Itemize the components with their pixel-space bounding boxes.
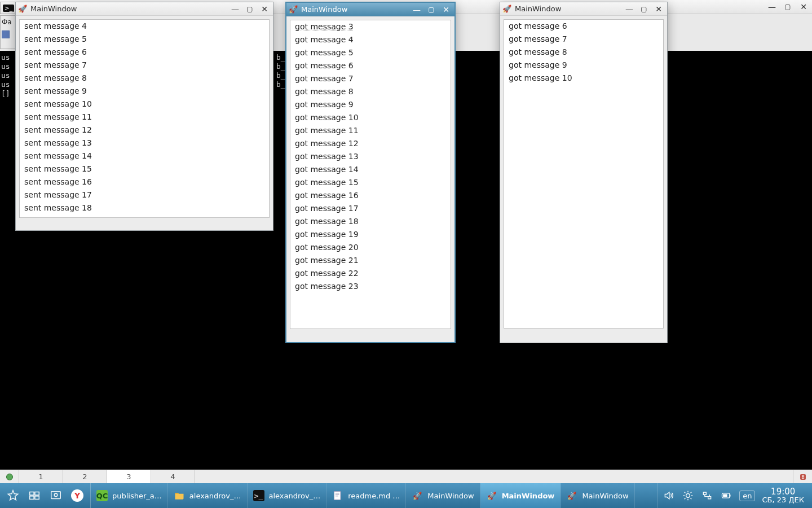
list-item[interactable]: got message 12 bbox=[290, 137, 451, 150]
list-item[interactable]: sent message 8 bbox=[20, 72, 269, 85]
list-item[interactable]: got message 9 bbox=[290, 98, 451, 111]
pager-start-icon[interactable] bbox=[0, 470, 19, 483]
list-item[interactable]: got message 13 bbox=[290, 150, 451, 163]
list-item[interactable]: sent message 5 bbox=[20, 33, 269, 46]
close-icon[interactable]: ✕ bbox=[798, 3, 809, 11]
message-listbox[interactable]: got message 6got message 7got message 8g… bbox=[504, 19, 664, 329]
workspace-cell[interactable]: 1 bbox=[19, 470, 63, 483]
battery-icon[interactable] bbox=[720, 489, 732, 502]
minimize-icon[interactable]: — bbox=[230, 5, 240, 13]
list-item[interactable]: got message 11 bbox=[290, 124, 451, 137]
show-desktop-button[interactable] bbox=[45, 483, 67, 508]
minimize-icon[interactable]: — bbox=[767, 3, 777, 11]
list-item[interactable]: got message 7 bbox=[290, 72, 451, 85]
workspace-cell[interactable]: 4 bbox=[151, 470, 195, 483]
mainwindow-left[interactable]: 🚀 MainWindow — ▢ ✕ sent message 4sent me… bbox=[15, 2, 273, 231]
list-item[interactable]: sent message 9 bbox=[20, 85, 269, 98]
app-rocket-icon: 🚀 bbox=[18, 5, 27, 14]
list-item[interactable]: sent message 6 bbox=[20, 46, 269, 59]
list-item[interactable]: got message 15 bbox=[290, 176, 451, 189]
titlebar[interactable]: 🚀 MainWindow — ▢ ✕ bbox=[500, 2, 667, 16]
folder-icon bbox=[174, 490, 185, 501]
list-item[interactable]: got message 10 bbox=[504, 72, 663, 85]
taskbar-app[interactable]: alexandrov_… bbox=[168, 483, 248, 508]
list-item[interactable]: got message 19 bbox=[290, 228, 451, 241]
titlebar[interactable]: 🚀 MainWindow — ▢ ✕ bbox=[16, 2, 273, 16]
keyboard-layout-indicator[interactable]: en bbox=[739, 491, 755, 501]
list-item[interactable]: got message 10 bbox=[290, 111, 451, 124]
taskbar-app[interactable]: 🚀MainWindow bbox=[406, 483, 480, 508]
list-item[interactable]: got message 5 bbox=[290, 46, 451, 59]
list-item[interactable]: got message 20 bbox=[290, 241, 451, 254]
svg-rect-4 bbox=[30, 492, 34, 496]
taskbar-app[interactable]: readme.md … bbox=[326, 483, 406, 508]
list-item[interactable]: sent message 13 bbox=[20, 137, 269, 150]
list-item[interactable]: got message 3 bbox=[290, 20, 451, 33]
list-item[interactable]: sent message 14 bbox=[20, 150, 269, 163]
taskbar-app-label: MainWindow bbox=[502, 492, 555, 500]
list-item[interactable]: got message 21 bbox=[290, 254, 451, 267]
list-item[interactable]: got message 8 bbox=[504, 46, 663, 59]
taskbar-app[interactable]: >_alexandrov_… bbox=[248, 483, 327, 508]
mainwindow-right[interactable]: 🚀 MainWindow — ▢ ✕ got message 6got mess… bbox=[500, 2, 668, 343]
close-icon[interactable]: ✕ bbox=[441, 6, 451, 14]
clock[interactable]: 19:00 СБ, 23 ДЕК bbox=[762, 487, 807, 505]
maximize-icon[interactable]: ▢ bbox=[426, 6, 436, 14]
workspace-cell[interactable]: 2 bbox=[63, 470, 107, 483]
list-item[interactable]: got message 22 bbox=[290, 267, 451, 280]
mainwindow-middle[interactable]: 🚀 MainWindow — ▢ ✕ got message 3got mess… bbox=[285, 2, 456, 343]
taskbar-app[interactable]: 🚀MainWindow bbox=[480, 483, 561, 508]
list-item[interactable]: got message 17 bbox=[290, 202, 451, 215]
list-item[interactable]: got message 23 bbox=[290, 280, 451, 293]
terminal-icon: >_ bbox=[3, 5, 15, 12]
close-icon[interactable]: ✕ bbox=[259, 5, 270, 13]
workspace-cell[interactable]: 3 bbox=[107, 470, 151, 483]
terminal-peek: >_ bbox=[0, 2, 17, 49]
list-item[interactable]: sent message 11 bbox=[20, 111, 269, 124]
network-icon[interactable] bbox=[701, 489, 713, 502]
brightness-icon[interactable] bbox=[682, 489, 694, 502]
svg-rect-8 bbox=[51, 492, 61, 499]
list-item[interactable]: sent message 17 bbox=[20, 189, 269, 202]
list-item[interactable]: sent message 15 bbox=[20, 163, 269, 176]
titlebar[interactable]: 🚀 MainWindow — ▢ ✕ bbox=[286, 3, 454, 16]
list-item[interactable]: got message 8 bbox=[290, 85, 451, 98]
list-item[interactable]: sent message 4 bbox=[20, 20, 269, 33]
list-item[interactable]: got message 6 bbox=[504, 20, 663, 33]
svg-rect-2 bbox=[802, 475, 804, 478]
maximize-icon[interactable]: ▢ bbox=[639, 5, 649, 13]
close-icon[interactable]: ✕ bbox=[654, 5, 664, 13]
list-item[interactable]: got message 18 bbox=[290, 215, 451, 228]
list-item[interactable]: got message 4 bbox=[290, 33, 451, 46]
taskbar-app-label: publisher_a… bbox=[112, 492, 162, 500]
yandex-browser-button[interactable]: Y bbox=[67, 483, 88, 508]
list-item[interactable]: got message 14 bbox=[290, 163, 451, 176]
list-item[interactable]: sent message 10 bbox=[20, 98, 269, 111]
list-item[interactable]: got message 7 bbox=[504, 33, 663, 46]
workspace-pager: 1234 bbox=[0, 470, 812, 483]
list-item[interactable]: got message 6 bbox=[290, 59, 451, 72]
list-item[interactable]: sent message 18 bbox=[20, 202, 269, 214]
window-title: MainWindow bbox=[30, 5, 230, 13]
maximize-icon[interactable]: ▢ bbox=[783, 3, 793, 11]
minimize-icon[interactable]: — bbox=[412, 6, 422, 14]
start-menu-button[interactable] bbox=[2, 483, 24, 508]
list-item[interactable]: sent message 12 bbox=[20, 124, 269, 137]
volume-icon[interactable] bbox=[663, 489, 675, 502]
list-item[interactable]: sent message 16 bbox=[20, 176, 269, 189]
workspaces-button[interactable] bbox=[24, 483, 45, 508]
maximize-icon[interactable]: ▢ bbox=[245, 5, 255, 13]
taskbar-app[interactable]: 🚀MainWindow bbox=[561, 483, 634, 508]
message-listbox[interactable]: got message 3got message 4got message 5g… bbox=[290, 20, 451, 329]
taskbar-launchers: Y bbox=[0, 483, 91, 508]
message-listbox[interactable]: sent message 4sent message 5sent message… bbox=[19, 19, 270, 218]
minimize-icon[interactable]: — bbox=[624, 5, 634, 13]
pager-notification-icon[interactable] bbox=[793, 470, 812, 483]
list-item[interactable]: sent message 7 bbox=[20, 59, 269, 72]
list-item[interactable]: got message 16 bbox=[290, 189, 451, 202]
terminal-line: us bbox=[1, 53, 10, 62]
taskbar-app[interactable]: QCpublisher_a… bbox=[91, 483, 168, 508]
list-item[interactable]: got message 9 bbox=[504, 59, 663, 72]
svg-line-22 bbox=[691, 492, 692, 493]
app-rocket-icon: 🚀 bbox=[289, 5, 298, 14]
